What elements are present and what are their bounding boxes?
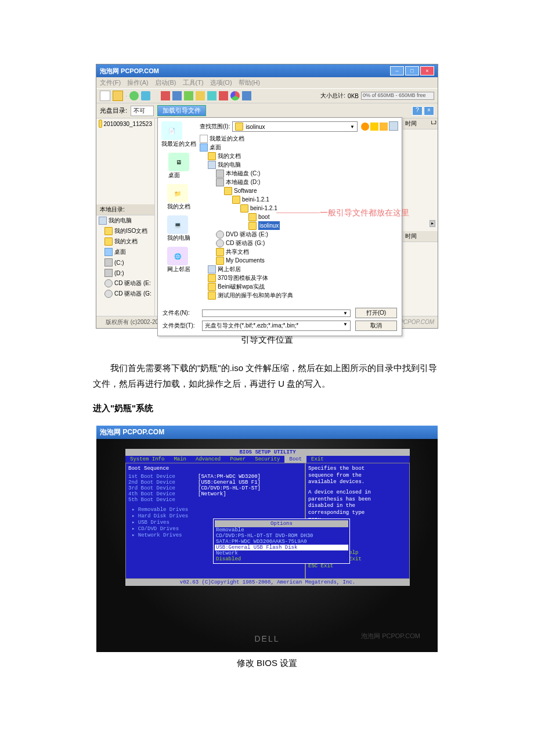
tab-security[interactable]: Security (250, 456, 284, 463)
d-drive-node[interactable]: (D:) (96, 268, 154, 278)
option-removable[interactable]: Removable (215, 527, 348, 533)
up-icon[interactable] (370, 123, 378, 131)
lookin-combo[interactable]: isolinux▼ (232, 121, 358, 132)
scroll-arrow[interactable]: ▸ (430, 220, 435, 227)
maximize-button[interactable]: □ (405, 66, 419, 75)
menu-action[interactable]: 操作(A) (127, 79, 149, 86)
menu-option[interactable]: 选项(O) (210, 79, 232, 86)
c-drive-node[interactable]: (C:) (96, 257, 154, 268)
tool-icon-4[interactable] (196, 91, 205, 100)
filename-input[interactable]: ▼ (202, 309, 351, 317)
folder-icon (216, 257, 224, 265)
tool-icon-6[interactable] (219, 91, 228, 100)
tree-shared[interactable]: 共享文档 (200, 247, 398, 256)
option-network[interactable]: Network (215, 550, 348, 556)
total-value: 0KB (348, 93, 359, 99)
tab-advanced[interactable]: Advanced (191, 456, 225, 463)
bios-left-pane: Boot Sequence 1st Boot Device[SATA:PM-WD… (125, 463, 305, 579)
tool-icon-5[interactable] (207, 91, 217, 100)
option-cddvd[interactable]: CD/DVD:PS-HL-DT-ST DVD-ROM DH30 (215, 533, 348, 539)
boot-device-2[interactable]: 2nd Boot Device[USB:General USB F1] (128, 480, 302, 485)
tree-test-dict[interactable]: 测试用的握手包和简单的字典 (200, 291, 398, 300)
tree-mypc[interactable]: 我的电脑 (200, 160, 398, 169)
folder-icon (224, 187, 232, 195)
tab-power[interactable]: Power (225, 456, 250, 463)
tree-beini-crack[interactable]: Beini破解wpa实战 (200, 282, 398, 291)
tree-mydocuments[interactable]: My Documents (200, 256, 398, 265)
chevron-down-icon: ▼ (343, 322, 348, 330)
watermark: 泡泡网 PCPOP.COM (361, 632, 420, 640)
place-recent[interactable]: 📄我最近的文档 (161, 121, 196, 148)
place-mydoc[interactable]: 📁我的文档 (167, 184, 190, 211)
filetype-combo[interactable]: 光盘引导文件(*.bif;*.ezb;*.ima;*.bin;*▼ (202, 321, 351, 331)
menubar: 文件(F) 操作(A) 启动(B) 工具(T) 选项(O) 帮助(H) (96, 77, 438, 88)
chart-icon[interactable] (230, 91, 240, 100)
menu-file[interactable]: 文件(F) (100, 79, 121, 86)
my-computer-node[interactable]: 我的电脑 (96, 215, 154, 226)
tool-icon-3[interactable] (184, 91, 193, 100)
option-disabled[interactable]: Disabled (215, 556, 348, 562)
boot-device-1[interactable]: 1st Boot Device[SATA:PM-WDC WD3200] (128, 474, 302, 480)
menu-tool[interactable]: 工具(T) (183, 79, 204, 86)
tab-main[interactable]: Main (169, 456, 191, 463)
close-dialog-button[interactable]: × (424, 106, 434, 116)
tree-recent[interactable]: 我最近的文档 (200, 134, 398, 143)
tree-netplaces[interactable]: 网上邻居 (200, 265, 398, 273)
boot-device-4[interactable]: 4th Boot Device[Network] (128, 491, 302, 497)
tree-software[interactable]: Software (200, 186, 398, 195)
close-button[interactable]: × (420, 66, 434, 75)
second-toolbar: 光盘目录: 不可 加载引导文件 ? × (96, 103, 438, 118)
cd-e-node[interactable]: CD 驱动器 (E: (96, 278, 154, 289)
tab-system-info[interactable]: System Info (125, 456, 169, 463)
tree-tpl[interactable]: 370导图模板及字体 (200, 273, 398, 282)
info-icon[interactable] (242, 91, 251, 100)
cd-g-node[interactable]: CD 驱动器 (G: (96, 289, 154, 299)
tree-beini1[interactable]: beini-1.2.1 (200, 195, 398, 204)
tree-desktop[interactable]: 桌面 (200, 143, 398, 152)
view-icon[interactable] (389, 121, 398, 131)
tree-dvd-e[interactable]: DVD 驱动器 (E:) (200, 230, 398, 239)
tool-icon-1[interactable] (161, 91, 170, 100)
tab-boot[interactable]: Boot (284, 456, 306, 463)
my-iso-node[interactable]: 我的ISO文档 (96, 226, 154, 236)
tree-isolinux[interactable]: isolinux (200, 221, 398, 230)
home-icon[interactable] (141, 91, 150, 100)
boot-device-5[interactable]: 5th Boot Device (128, 497, 302, 503)
disc-dir-input[interactable]: 不可 (131, 106, 154, 116)
computer-icon (99, 217, 107, 225)
desktop-icon: 🖥 (168, 153, 189, 171)
minimize-button[interactable]: – (390, 66, 404, 75)
place-mypc[interactable]: 💻我的电脑 (167, 215, 190, 242)
back-icon[interactable] (361, 123, 369, 131)
back-icon[interactable] (129, 91, 139, 100)
cancel-button[interactable]: 取消 (355, 321, 397, 331)
boot-device-3[interactable]: 3rd Boot Device[CD/DVD:PS-HL-DT-ST] (128, 485, 302, 491)
tree-cd-g[interactable]: CD 驱动器 (G:) (200, 239, 398, 247)
desktop-node[interactable]: 桌面 (96, 247, 154, 257)
my-docs-node[interactable]: 我的文档 (96, 236, 154, 247)
option-sata[interactable]: SATA:PM-WDC WD3200AAKS-75L9A0 (215, 539, 348, 545)
timestamp-node[interactable]: 20100930_112523 (96, 118, 154, 129)
new-folder-icon[interactable] (380, 123, 388, 131)
place-network[interactable]: 🌐网上邻居 (167, 247, 190, 273)
explorer-toolbar (360, 121, 398, 132)
option-usb-selected[interactable]: USB:General USB Flash Disk (215, 545, 348, 550)
drive-icon (216, 178, 224, 186)
open-icon[interactable] (113, 91, 123, 101)
removable-drives[interactable]: ▸ Removable Drives (128, 506, 302, 513)
disk-progress: 0% of 650MB - 650MB free (361, 92, 434, 100)
menu-boot[interactable]: 启动(B) (155, 79, 176, 86)
load-boot-button[interactable]: 加载引导文件 (157, 105, 206, 116)
tree-c-drive[interactable]: 本地磁盘 (C:) (200, 169, 398, 178)
help-button[interactable]: ? (412, 106, 423, 116)
tree-d-drive[interactable]: 本地磁盘 (D:) (200, 178, 398, 186)
open-button[interactable]: 打开(O) (355, 308, 397, 318)
recent-icon: 📄 (161, 121, 182, 140)
tool-icon-2[interactable] (172, 91, 182, 100)
lookin-label: 查找范围(I): (200, 123, 230, 131)
place-desktop[interactable]: 🖥桌面 (168, 153, 189, 179)
menu-help[interactable]: 帮助(H) (239, 79, 260, 86)
tab-exit[interactable]: Exit (306, 456, 329, 463)
tree-mydoc[interactable]: 我的文档 (200, 152, 398, 160)
new-icon[interactable] (100, 91, 110, 101)
